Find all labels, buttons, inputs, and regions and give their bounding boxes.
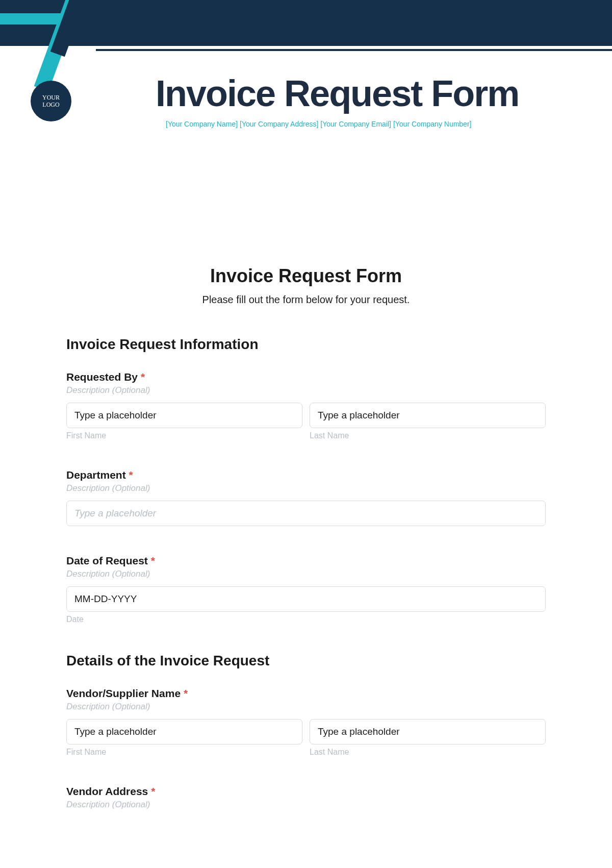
vendor-name-label: Vendor/Supplier Name * bbox=[66, 687, 546, 700]
vendor-last-sublabel: Last Name bbox=[310, 748, 546, 757]
date-label-text: Date of Request bbox=[66, 555, 148, 566]
logo-text-line1: YOUR bbox=[42, 94, 60, 101]
required-marker: * bbox=[151, 555, 155, 566]
requested-by-label: Requested By * bbox=[66, 371, 546, 383]
requested-by-first-input[interactable] bbox=[66, 403, 302, 428]
header-navy-bg bbox=[0, 0, 612, 46]
logo-text-line2: LOGO bbox=[42, 101, 59, 108]
requested-by-last-sublabel: Last Name bbox=[310, 431, 546, 440]
requested-by-label-text: Requested By bbox=[66, 371, 138, 383]
field-requested-by: Requested By * Description (Optional) Fi… bbox=[66, 371, 546, 440]
vendor-address-label-text: Vendor Address bbox=[66, 785, 148, 797]
field-vendor-name: Vendor/Supplier Name * Description (Opti… bbox=[66, 687, 546, 757]
section-invoice-info-heading: Invoice Request Information bbox=[66, 336, 546, 353]
section-details-heading: Details of the Invoice Request bbox=[66, 653, 546, 669]
banner-subtitle: [Your Company Name] [Your Company Addres… bbox=[166, 120, 471, 128]
form-title: Invoice Request Form bbox=[66, 265, 546, 287]
field-department: Department * Description (Optional) bbox=[66, 469, 546, 526]
form-intro: Please fill out the form below for your … bbox=[66, 294, 546, 306]
department-label-text: Department bbox=[66, 469, 126, 481]
logo-placeholder: YOUR LOGO bbox=[31, 81, 71, 121]
date-input[interactable] bbox=[66, 586, 546, 612]
date-desc: Description (Optional) bbox=[66, 569, 546, 579]
header-cyan-stripe bbox=[0, 13, 66, 24]
date-sublabel: Date bbox=[66, 615, 546, 624]
form-container: Invoice Request Form Please fill out the… bbox=[0, 87, 612, 848]
field-date-of-request: Date of Request * Description (Optional)… bbox=[66, 555, 546, 624]
required-marker: * bbox=[141, 371, 145, 383]
department-desc: Description (Optional) bbox=[66, 483, 546, 493]
department-input[interactable] bbox=[66, 501, 546, 526]
vendor-address-desc: Description (Optional) bbox=[66, 800, 546, 810]
department-label: Department * bbox=[66, 469, 546, 481]
requested-by-last-input[interactable] bbox=[310, 403, 546, 428]
vendor-name-desc: Description (Optional) bbox=[66, 702, 546, 712]
requested-by-first-sublabel: First Name bbox=[66, 431, 302, 440]
field-vendor-address: Vendor Address * Description (Optional) bbox=[66, 785, 546, 810]
date-label: Date of Request * bbox=[66, 555, 546, 567]
required-marker: * bbox=[129, 469, 133, 481]
vendor-last-input[interactable] bbox=[310, 719, 546, 745]
vendor-name-label-text: Vendor/Supplier Name bbox=[66, 687, 181, 699]
header-divider-navy bbox=[96, 49, 612, 51]
vendor-first-sublabel: First Name bbox=[66, 748, 302, 757]
required-marker: * bbox=[151, 785, 155, 797]
requested-by-desc: Description (Optional) bbox=[66, 385, 546, 395]
required-marker: * bbox=[184, 687, 188, 699]
vendor-first-input[interactable] bbox=[66, 719, 302, 745]
vendor-address-label: Vendor Address * bbox=[66, 785, 546, 798]
banner-title: Invoice Request Form bbox=[156, 72, 519, 114]
